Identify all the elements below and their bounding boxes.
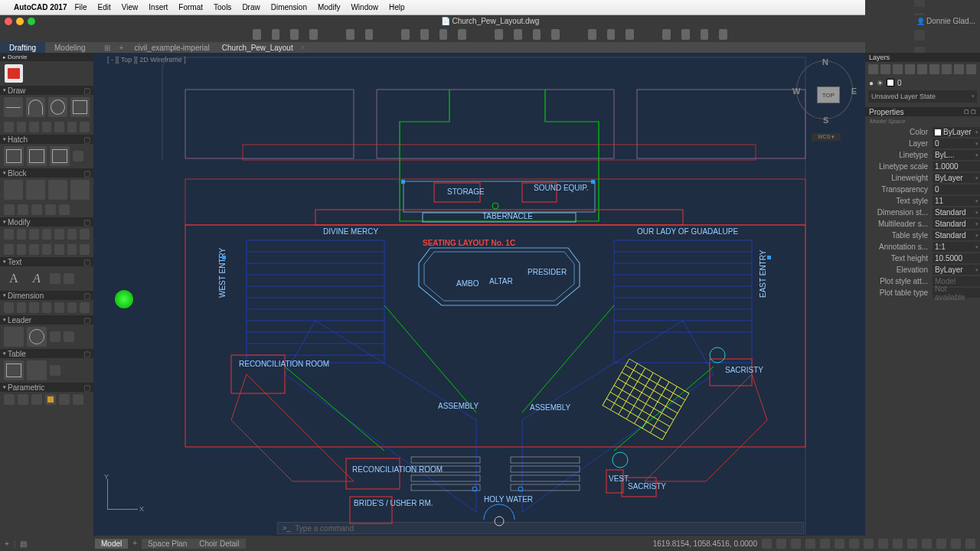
- section-block[interactable]: Block▢: [0, 168, 93, 178]
- leader-tool[interactable]: [27, 327, 47, 347]
- block-tool[interactable]: [31, 204, 42, 215]
- polar-icon[interactable]: [805, 539, 815, 549]
- menu-draw[interactable]: Draw: [242, 3, 260, 11]
- file-tab[interactable]: Church_Pew_Layout×: [216, 44, 312, 52]
- property-value[interactable]: 1:1: [933, 242, 980, 252]
- mtext-tool[interactable]: A: [4, 269, 24, 289]
- attribute-tool[interactable]: [70, 180, 90, 200]
- extend-tool[interactable]: [17, 244, 27, 255]
- layer-state-dropdown[interactable]: Unsaved Layer State: [868, 90, 977, 103]
- layer-icon[interactable]: [929, 64, 939, 74]
- layout-icon[interactable]: [420, 29, 429, 40]
- plot-icon[interactable]: [401, 29, 410, 40]
- array2-tool[interactable]: [80, 229, 90, 240]
- property-value[interactable]: 0: [933, 139, 980, 148]
- signed-in-user[interactable]: 👤 Donnie Glad...: [916, 17, 975, 25]
- menu-tools[interactable]: Tools: [214, 3, 231, 11]
- add-tab-button[interactable]: +: [115, 44, 129, 52]
- lwt-icon[interactable]: [849, 539, 859, 549]
- scale-tool[interactable]: [42, 229, 52, 240]
- view4-icon[interactable]: [719, 29, 727, 40]
- layer-icon[interactable]: [868, 64, 878, 74]
- constraint-tool[interactable]: [31, 394, 42, 405]
- hatch-tool[interactable]: [4, 146, 24, 166]
- view-icon[interactable]: [662, 29, 671, 40]
- layer-icon[interactable]: [942, 64, 952, 74]
- property-value[interactable]: ByL...: [933, 150, 980, 160]
- mirror-tool[interactable]: [54, 229, 64, 240]
- viewport-label[interactable]: [ - ][ Top ][ 2D Wireframe ]: [107, 56, 186, 64]
- spell-tool[interactable]: [50, 273, 60, 284]
- table-edit-tool[interactable]: [27, 360, 47, 380]
- layer-icon[interactable]: [966, 64, 976, 74]
- layout-grid-icon[interactable]: ⊞: [100, 44, 115, 52]
- dim-radius-tool[interactable]: [42, 302, 52, 313]
- paste-icon[interactable]: [533, 29, 541, 40]
- property-value[interactable]: Standard: [933, 219, 980, 229]
- viewcube-face[interactable]: TOP: [817, 86, 840, 103]
- chamfer-tool[interactable]: [42, 244, 52, 255]
- edit-block-tool[interactable]: [48, 180, 67, 200]
- iso-icon[interactable]: [951, 539, 961, 549]
- section-modify[interactable]: Modify▢: [0, 217, 93, 227]
- offset-tool[interactable]: [54, 244, 64, 255]
- property-value[interactable]: ByLayer: [933, 173, 980, 183]
- gradient-tool[interactable]: [27, 146, 47, 166]
- layer-icon[interactable]: [880, 64, 890, 74]
- property-value[interactable]: Standard: [933, 230, 980, 240]
- menu-window[interactable]: Window: [351, 3, 378, 11]
- layout3-icon[interactable]: [458, 29, 466, 40]
- save-icon[interactable]: [290, 29, 299, 40]
- fillet-tool[interactable]: [29, 244, 39, 255]
- create-block-tool[interactable]: [26, 180, 45, 200]
- rectangle-tool[interactable]: [70, 97, 90, 117]
- file-tab[interactable]: civil_example-imperial: [128, 44, 215, 52]
- section-dimension[interactable]: Dimension▢: [0, 291, 93, 300]
- spline-tool[interactable]: [17, 122, 27, 132]
- block-tool[interactable]: [45, 204, 56, 215]
- workspace-tab-drafting[interactable]: Drafting: [0, 42, 45, 53]
- menu-format[interactable]: Format: [178, 3, 203, 11]
- xline-tool[interactable]: [80, 122, 90, 132]
- layer-icon[interactable]: [905, 64, 915, 74]
- line-tool[interactable]: [4, 97, 23, 117]
- fullscreen-button[interactable]: [28, 18, 35, 25]
- section-leader[interactable]: Leader▢: [0, 315, 93, 324]
- qp-icon[interactable]: [878, 539, 888, 549]
- pan-icon[interactable]: [607, 29, 616, 40]
- block-tool[interactable]: [18, 204, 28, 215]
- section-draw[interactable]: Draw▢: [0, 86, 93, 95]
- mleader-tool[interactable]: [4, 327, 24, 347]
- boundary-tool[interactable]: [50, 146, 70, 166]
- ortho-icon[interactable]: [791, 539, 801, 549]
- layers-header[interactable]: Layers: [865, 53, 980, 62]
- layout2-icon[interactable]: [439, 29, 448, 40]
- add-icon[interactable]: +: [5, 540, 9, 548]
- close-button[interactable]: [5, 18, 12, 25]
- menu-insert[interactable]: Insert: [149, 3, 168, 11]
- polygon-tool[interactable]: [42, 122, 52, 132]
- saveas-icon[interactable]: [309, 29, 318, 40]
- ldr-rem-tool[interactable]: [64, 331, 74, 342]
- arc-tool[interactable]: [26, 97, 45, 117]
- point-tool[interactable]: [54, 122, 64, 132]
- osnap-icon[interactable]: [820, 539, 830, 549]
- workspace-tab-modeling[interactable]: Modeling: [45, 42, 95, 53]
- section-text[interactable]: Text▢: [0, 257, 93, 266]
- minimize-button[interactable]: [16, 18, 24, 25]
- tray-icon[interactable]: [914, 0, 925, 7]
- layer-icon[interactable]: [954, 64, 964, 74]
- rotate-tool[interactable]: [29, 229, 39, 240]
- insert-block-tool[interactable]: [4, 180, 23, 200]
- polyline-tool[interactable]: [4, 122, 14, 132]
- move-tool[interactable]: [4, 229, 14, 240]
- customize-icon[interactable]: ▤: [20, 540, 27, 548]
- open-icon[interactable]: [272, 29, 280, 40]
- match-icon[interactable]: [551, 29, 560, 40]
- redo-icon[interactable]: [365, 29, 374, 40]
- menu-modify[interactable]: Modify: [318, 3, 340, 11]
- layer-icon[interactable]: [893, 64, 903, 74]
- menu-view[interactable]: View: [122, 3, 139, 11]
- property-value[interactable]: 0: [933, 184, 980, 194]
- section-parametric[interactable]: Parametric▢: [0, 383, 93, 392]
